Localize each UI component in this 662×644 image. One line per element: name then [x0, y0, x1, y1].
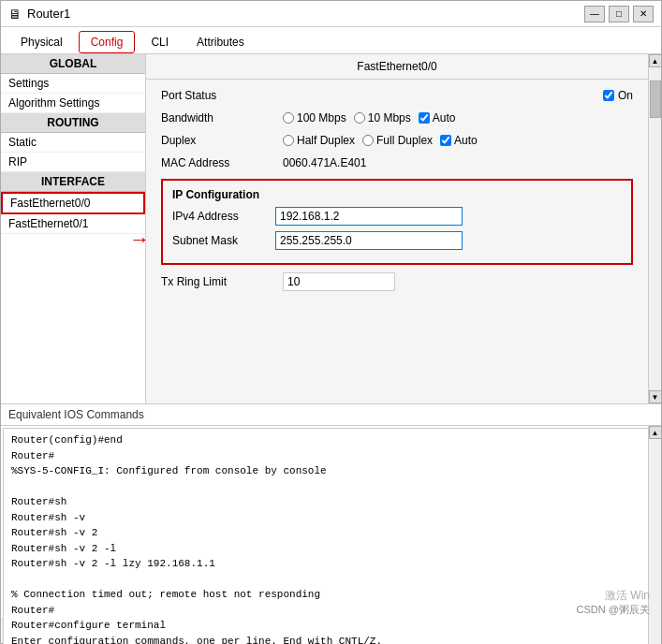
window-title: Router1 — [27, 7, 70, 21]
subnet-row: Subnet Mask — [172, 231, 622, 250]
panel-header: FastEthernet0/0 — [146, 54, 648, 80]
ip-config-section: IP Configuration IPv4 Address Subnet Mas… — [161, 179, 633, 265]
terminal-scroll-up[interactable]: ▲ — [649, 426, 662, 439]
terminal-line-4: Router#sh — [11, 494, 641, 510]
terminal-scrollbar[interactable]: ▲ ▼ — [648, 426, 661, 644]
bandwidth-100-label: 100 Mbps — [297, 111, 346, 124]
sidebar: GLOBAL Settings Algorithm Settings ROUTI… — [1, 54, 146, 403]
terminal-line-0: Router(config)#end — [11, 432, 641, 448]
bandwidth-row: Bandwidth 100 Mbps 10 Mbps — [161, 111, 633, 124]
sidebar-item-algorithm[interactable]: Algorithm Settings — [1, 94, 145, 113]
port-status-label: Port Status — [161, 89, 283, 102]
sidebar-item-fastethernet00[interactable]: FastEthernet0/0 — [1, 192, 145, 214]
window-controls[interactable]: — □ ✕ — [584, 6, 654, 22]
sidebar-header-routing: ROUTING — [1, 113, 145, 133]
port-status-row: Port Status On — [161, 89, 633, 102]
duplex-full-radio[interactable] — [362, 135, 374, 146]
subnet-label: Subnet Mask — [172, 234, 275, 247]
close-button[interactable]: ✕ — [633, 6, 654, 22]
terminal-label: Equivalent IOS Commands — [1, 404, 661, 426]
terminal-line-11: Router# — [11, 603, 641, 619]
sidebar-item-rip[interactable]: RIP — [1, 153, 145, 172]
minimize-button[interactable]: — — [584, 6, 605, 22]
title-bar: 🖥 Router1 — □ ✕ — [1, 1, 661, 27]
subnet-input[interactable] — [275, 231, 463, 250]
terminal-line-3 — [11, 479, 641, 495]
terminal-section: Equivalent IOS Commands Router(config)#e… — [1, 403, 661, 619]
duplex-row: Duplex Half Duplex Full Duplex — [161, 134, 633, 147]
terminal-line-6: Router#sh -v 2 — [11, 525, 641, 541]
activate-badge: 激活 Win — [605, 588, 650, 604]
terminal-line-8: Router#sh -v 2 -l lzy 192.168.1.1 — [11, 556, 641, 572]
main-content: GLOBAL Settings Algorithm Settings ROUTI… — [1, 54, 661, 403]
sidebar-scrollbar[interactable]: ▲ ▼ — [648, 54, 661, 403]
tab-cli[interactable]: CLI — [139, 31, 181, 53]
bandwidth-auto-label: Auto — [433, 111, 456, 124]
scroll-down-arrow[interactable]: ▼ — [649, 390, 662, 403]
bandwidth-10-label: 10 Mbps — [368, 111, 411, 124]
terminal-line-2: %SYS-5-CONFIG_I: Configured from console… — [11, 463, 641, 479]
ipv4-row: IPv4 Address — [172, 207, 622, 226]
terminal-line-1: Router# — [11, 448, 641, 464]
bandwidth-auto-checkbox[interactable] — [419, 112, 430, 124]
duplex-auto-checkbox[interactable] — [440, 135, 451, 146]
terminal-line-13: Enter configuration commands, one per li… — [11, 634, 641, 645]
terminal-output: Router(config)#end Router# %SYS-5-CONFIG… — [3, 428, 659, 644]
bandwidth-label: Bandwidth — [161, 111, 283, 124]
tab-attributes[interactable]: Attributes — [184, 31, 257, 53]
terminal-line-10: % Connection timed out; remote host not … — [11, 587, 641, 603]
tx-label: Tx Ring Limit — [161, 275, 283, 288]
bandwidth-100-radio[interactable] — [283, 112, 294, 124]
csdn-badge: CSDN @粥辰关 — [577, 603, 650, 617]
ipv4-input[interactable] — [275, 207, 463, 226]
duplex-auto-label: Auto — [454, 134, 478, 147]
terminal-line-12: Router#configure terminal — [11, 618, 641, 634]
ip-config-label: IP Configuration — [172, 188, 622, 201]
bandwidth-10-radio[interactable] — [354, 112, 365, 124]
sidebar-item-fastethernet01[interactable]: FastEthernet0/1 — [1, 214, 145, 234]
app-icon: 🖥 — [8, 7, 22, 22]
tx-row: Tx Ring Limit — [161, 272, 633, 291]
sidebar-header-global: GLOBAL — [1, 54, 145, 74]
sidebar-header-interface: INTERFACE — [1, 172, 145, 192]
port-status-checkbox[interactable] — [603, 90, 614, 101]
duplex-half-label: Half Duplex — [297, 134, 355, 147]
sidebar-item-static[interactable]: Static — [1, 133, 145, 153]
terminal-line-5: Router#sh -v — [11, 510, 641, 526]
bandwidth-value: 100 Mbps 10 Mbps Auto — [283, 111, 633, 124]
terminal-line-7: Router#sh -v 2 -l — [11, 541, 641, 557]
port-status-on: On — [618, 89, 633, 102]
duplex-value: Half Duplex Full Duplex Auto — [283, 134, 633, 147]
maximize-button[interactable]: □ — [609, 6, 629, 22]
tabs-bar: Physical Config CLI Attributes — [1, 27, 661, 54]
duplex-label: Duplex — [161, 134, 283, 147]
tab-config[interactable]: Config — [79, 31, 136, 53]
mac-row: MAC Address 0060.471A.E401 — [161, 156, 633, 169]
mac-value: 0060.471A.E401 — [283, 156, 633, 169]
tx-input[interactable] — [283, 272, 395, 291]
port-status-value: On — [283, 89, 633, 102]
ipv4-label: IPv4 Address — [172, 210, 275, 223]
duplex-full-label: Full Duplex — [376, 134, 433, 147]
mac-label: MAC Address — [161, 156, 283, 169]
scroll-up-arrow[interactable]: ▲ — [649, 54, 662, 67]
duplex-half-radio[interactable] — [283, 135, 294, 146]
scroll-thumb[interactable] — [650, 80, 661, 118]
right-panel: FastEthernet0/0 Port Status On Bandwidth — [146, 54, 648, 403]
sidebar-item-settings[interactable]: Settings — [1, 74, 145, 94]
terminal-line-9 — [11, 572, 641, 588]
panel-body: Port Status On Bandwidth — [146, 80, 648, 403]
tab-physical[interactable]: Physical — [8, 31, 75, 53]
